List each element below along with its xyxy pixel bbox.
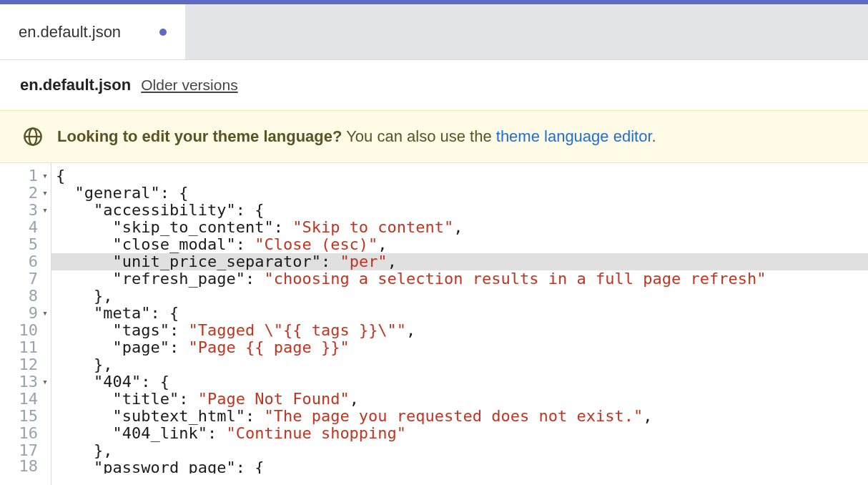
line-number: 6	[29, 253, 38, 270]
line-number: 5	[29, 236, 38, 253]
line-number: 15	[19, 408, 39, 425]
line-number: 12	[19, 356, 39, 373]
gutter-line: 3▾	[7, 202, 49, 219]
banner-strong: Looking to edit your theme language?	[57, 127, 342, 145]
info-banner: Looking to edit your theme language? You…	[0, 110, 868, 163]
banner-rest: You can also use the	[342, 127, 495, 145]
gutter-line: 10	[7, 322, 49, 339]
gutter-line: 9▾	[7, 305, 49, 322]
line-number: 10	[19, 322, 39, 339]
code-line: "refresh_page": "choosing a selection re…	[51, 270, 868, 288]
gutter-line: 5	[7, 236, 49, 253]
line-number: 7	[29, 270, 38, 288]
line-number: 17	[19, 442, 39, 459]
fold-toggle-icon[interactable]: ▾	[41, 185, 49, 202]
code-line: "skip_to_content": "Skip to content",	[51, 219, 868, 236]
gutter-line: 6	[7, 253, 49, 270]
gutter-line: 13▾	[7, 373, 49, 391]
line-number: 14	[19, 391, 39, 408]
line-number: 2	[29, 185, 38, 202]
banner-period: .	[652, 127, 656, 145]
gutter-line: 2▾	[7, 185, 49, 202]
code-editor[interactable]: 1▾2▾3▾456789▾10111213▾1415161718 { "gene…	[0, 163, 868, 485]
line-number: 3	[29, 202, 38, 219]
code-line-highlighted: "unit_price_separator": "per",	[51, 253, 868, 270]
code-line: },	[51, 356, 868, 373]
line-number: 9	[29, 305, 38, 322]
fold-toggle-icon[interactable]: ▾	[41, 202, 49, 219]
code-line: "title": "Page Not Found",	[51, 391, 868, 408]
line-number: 1	[29, 167, 38, 185]
gutter-line: 17	[7, 442, 49, 459]
gutter-line: 16	[7, 425, 49, 442]
code-line: "general": {	[51, 185, 868, 202]
fold-toggle-icon[interactable]: ▾	[41, 373, 49, 391]
code-line: "subtext_html": "The page you requested …	[51, 408, 868, 425]
fold-toggle-icon[interactable]: ▾	[41, 167, 49, 185]
code-line: "accessibility": {	[51, 202, 868, 219]
globe-icon	[23, 127, 43, 147]
code-body[interactable]: { "general": { "accessibility": { "skip_…	[51, 163, 868, 485]
gutter-line: 1▾	[7, 167, 49, 185]
theme-language-editor-link[interactable]: theme language editor	[496, 127, 652, 145]
code-line: },	[51, 442, 868, 459]
code-line: {	[51, 167, 868, 185]
code-line: },	[51, 288, 868, 305]
file-tab[interactable]: en.default.json	[0, 4, 186, 59]
gutter-line: 11	[7, 339, 49, 356]
line-number: 4	[29, 219, 38, 236]
gutter-line: 14	[7, 391, 49, 408]
gutter-line: 7	[7, 270, 49, 288]
file-tab-label: en.default.json	[19, 23, 121, 41]
gutter-line: 15	[7, 408, 49, 425]
code-line: "page": "Page {{ page }}"	[51, 339, 868, 356]
unsaved-dot-icon	[159, 29, 167, 36]
older-versions-link[interactable]: Older versions	[141, 77, 237, 94]
line-number: 11	[19, 339, 39, 356]
file-header: en.default.json Older versions	[0, 60, 868, 110]
file-title: en.default.json	[20, 76, 131, 94]
line-number: 13	[19, 373, 39, 391]
code-line: "close_modal": "Close (esc)",	[51, 236, 868, 253]
app-root: en.default.json en.default.json Older ve…	[0, 0, 868, 485]
gutter-line: 18	[7, 459, 49, 474]
fold-toggle-icon[interactable]: ▾	[41, 305, 49, 322]
gutter-line: 4	[7, 219, 49, 236]
code-line: "tags": "Tagged \"{{ tags }}\"",	[51, 322, 868, 339]
line-number: 18	[19, 459, 39, 474]
code-line: "404": {	[51, 373, 868, 391]
line-number: 8	[29, 288, 38, 305]
code-line: "password_page": {	[51, 459, 868, 474]
tab-strip: en.default.json	[0, 4, 868, 60]
code-line: "404_link": "Continue shopping"	[51, 425, 868, 442]
code-line: "meta": {	[51, 305, 868, 322]
gutter-line: 12	[7, 356, 49, 373]
line-gutter: 1▾2▾3▾456789▾10111213▾1415161718	[0, 163, 51, 485]
gutter-line: 8	[7, 288, 49, 305]
banner-text: Looking to edit your theme language? You…	[57, 127, 656, 146]
line-number: 16	[19, 425, 39, 442]
